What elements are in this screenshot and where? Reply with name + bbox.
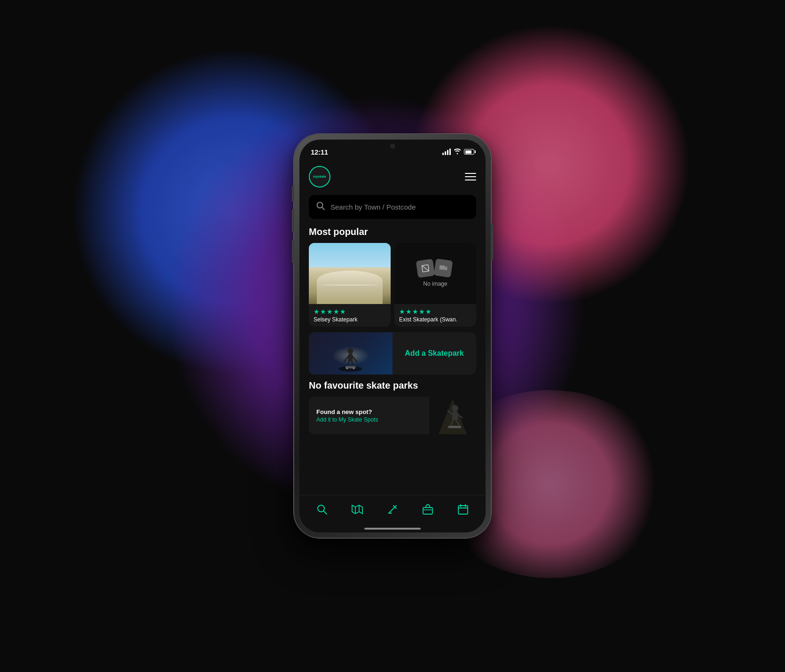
app-content: myskate Sear xyxy=(299,160,486,532)
logo-text: myskate xyxy=(313,175,326,179)
skatepark-card-2-name: Exist Skatepark (Swan. xyxy=(399,316,471,323)
skatepark-card-1-info: ★★★★★ Selsey Skatepark xyxy=(309,304,391,327)
no-image-icon-back xyxy=(416,259,435,278)
add-skatepark-action: Add a Skatepark xyxy=(392,332,476,375)
popular-cards-grid: ★★★★★ Selsey Skatepark xyxy=(299,243,486,327)
svg-point-25 xyxy=(318,505,324,512)
svg-line-26 xyxy=(324,511,327,514)
svg-point-15 xyxy=(353,367,355,369)
svg-line-1 xyxy=(322,207,324,210)
phone-device: 12:11 xyxy=(294,134,491,538)
svg-rect-19 xyxy=(452,412,458,420)
add-skatepark-button[interactable]: Add a Skatepark xyxy=(405,349,463,359)
nav-shop[interactable] xyxy=(416,501,439,518)
no-image-label: No image xyxy=(423,281,447,287)
bottom-nav xyxy=(299,495,486,532)
spot-skater-icon xyxy=(429,397,476,434)
found-spot-banner[interactable]: Found a new spot? Add it to My Skate Spo… xyxy=(309,397,476,434)
skatepark-card-2-image: No image xyxy=(394,243,476,304)
volume-down-button xyxy=(292,240,294,263)
phone-screen: 12:11 xyxy=(299,140,486,532)
nav-calendar-icon xyxy=(457,504,469,515)
spot-banner-text: Found a new spot? Add it to My Skate Spo… xyxy=(309,397,429,434)
home-indicator xyxy=(364,528,421,530)
silent-switch xyxy=(292,186,294,202)
nav-search-icon xyxy=(316,504,328,515)
nav-edit[interactable] xyxy=(381,501,404,518)
no-image-icons xyxy=(417,260,454,277)
skatepark-card-1-name: Selsey Skatepark xyxy=(314,316,386,323)
notch-camera xyxy=(390,144,395,148)
hamburger-line-1 xyxy=(465,173,476,174)
status-icons xyxy=(442,148,474,156)
nav-calendar[interactable] xyxy=(452,501,474,518)
svg-rect-35 xyxy=(458,506,468,514)
add-skatepark-banner[interactable]: Add a Skatepark xyxy=(309,332,476,375)
power-button xyxy=(491,223,493,261)
svg-marker-27 xyxy=(352,505,362,514)
skatepark-card-1-stars: ★★★★★ xyxy=(314,308,386,315)
skatepark-card-2-info: ★★★★★ Exist Skatepark (Swan. xyxy=(394,304,476,327)
app-logo: myskate xyxy=(309,166,330,188)
no-favourites-title: No favourite skate parks xyxy=(299,380,486,397)
svg-point-18 xyxy=(452,405,458,412)
nav-search[interactable] xyxy=(311,501,333,518)
skater-silhouette-icon xyxy=(338,342,364,372)
svg-rect-8 xyxy=(348,354,353,361)
svg-line-11 xyxy=(347,361,349,366)
no-image-icon-front xyxy=(434,258,453,278)
search-bar[interactable]: Search by Town / Postcode xyxy=(309,195,476,219)
skatepark-card-2[interactable]: No image ★★★★★ Exist Skatepark (Swan. xyxy=(394,243,476,327)
nav-map[interactable] xyxy=(346,501,369,518)
svg-rect-33 xyxy=(423,508,432,514)
nav-pencil-icon xyxy=(387,504,398,515)
spot-banner-image xyxy=(429,397,476,434)
skatepark-card-1[interactable]: ★★★★★ Selsey Skatepark xyxy=(309,243,391,327)
svg-rect-24 xyxy=(448,426,461,428)
svg-point-7 xyxy=(348,348,353,354)
phone-shell: 12:11 xyxy=(294,134,491,538)
signal-icon xyxy=(442,148,451,155)
skatepark-card-2-stars: ★★★★★ xyxy=(399,308,471,315)
wifi-icon xyxy=(454,148,461,156)
svg-line-12 xyxy=(352,361,354,366)
search-placeholder: Search by Town / Postcode xyxy=(330,203,416,211)
svg-line-9 xyxy=(345,357,348,361)
found-spot-link[interactable]: Add it to My Skate Spots xyxy=(316,416,422,423)
found-spot-title: Found a new spot? xyxy=(316,408,422,415)
skatepark-card-1-image xyxy=(309,243,391,304)
app-header: myskate xyxy=(299,160,486,193)
nav-shop-icon xyxy=(422,504,433,515)
phone-notch xyxy=(357,140,428,153)
hamburger-line-3 xyxy=(465,180,476,180)
volume-up-button xyxy=(292,209,294,233)
add-skatepark-banner-image xyxy=(309,332,392,375)
most-popular-title: Most popular xyxy=(299,227,486,243)
hamburger-menu-button[interactable] xyxy=(465,173,476,180)
battery-icon xyxy=(464,149,474,155)
svg-line-10 xyxy=(353,357,357,361)
svg-rect-4 xyxy=(439,265,445,270)
nav-map-icon xyxy=(352,504,363,515)
svg-point-14 xyxy=(346,367,348,369)
status-time: 12:11 xyxy=(311,148,328,156)
hamburger-line-2 xyxy=(465,176,476,177)
search-icon xyxy=(316,202,325,212)
